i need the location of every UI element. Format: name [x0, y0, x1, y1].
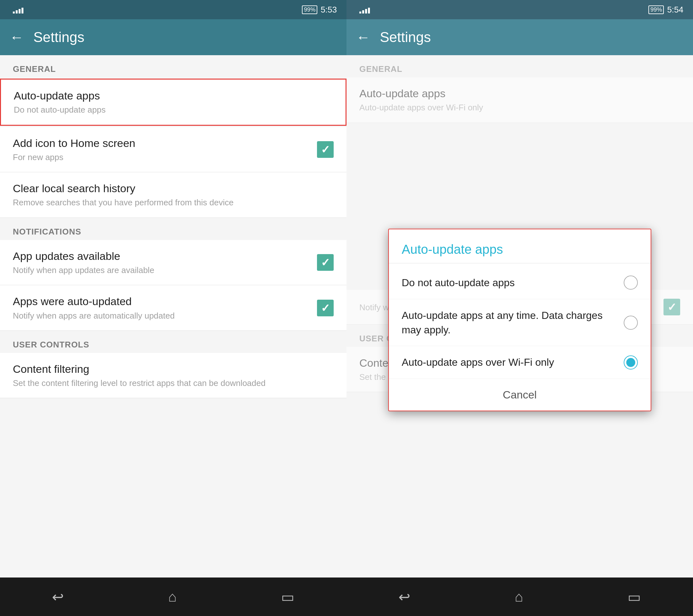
left-battery-icon: 99% — [302, 5, 317, 14]
left-item-content-filtering[interactable]: Content filtering Set the content filter… — [0, 353, 346, 398]
left-status-left — [13, 6, 23, 14]
dialog-option-anytime[interactable]: Auto-update apps at any time. Data charg… — [389, 299, 651, 346]
dialog-option-anytime-label: Auto-update apps at any time. Data charg… — [402, 308, 624, 337]
left-item-auto-update-text: Auto-update apps Do not auto-update apps — [14, 88, 333, 116]
left-item-add-icon-text: Add icon to Home screen For new apps — [13, 136, 317, 163]
right-item-auto-update-title: Auto-update apps — [359, 86, 680, 100]
left-item-app-updates-title: App updates available — [13, 249, 317, 263]
right-toolbar: ← Settings — [346, 19, 693, 55]
dialog-option-wifi-label: Auto-update apps over Wi-Fi only — [402, 355, 624, 370]
left-item-clear-search-subtitle: Remove searches that you have performed … — [13, 197, 334, 208]
left-back-button[interactable]: ← — [9, 29, 24, 45]
right-status-right: 99% 5:54 — [648, 5, 684, 15]
left-item-app-updates[interactable]: App updates available Notify when app up… — [0, 240, 346, 285]
left-item-add-icon-title: Add icon to Home screen — [13, 136, 317, 150]
left-item-apps-auto-updated-text: Apps were auto-updated Notify when apps … — [13, 294, 317, 321]
left-item-auto-update-title: Auto-update apps — [14, 88, 333, 103]
right-status-left — [359, 6, 370, 14]
right-apps-auto-updated-checkbox — [664, 299, 680, 315]
left-item-app-updates-subtitle: Notify when app updates are available — [13, 264, 317, 276]
left-item-app-updates-text: App updates available Notify when app up… — [13, 249, 317, 276]
left-item-add-icon[interactable]: Add icon to Home screen For new apps — [0, 127, 346, 173]
left-section-user-controls: USER CONTROLS — [0, 331, 346, 353]
right-toolbar-title: Settings — [380, 29, 431, 45]
left-section-general: GENERAL — [0, 55, 346, 77]
dialog-option-do-not-update[interactable]: Do not auto-update apps — [389, 266, 651, 299]
right-time: 5:54 — [667, 5, 684, 15]
dialog-option-do-not-update-label: Do not auto-update apps — [402, 276, 624, 290]
right-item-auto-update-subtitle: Auto-update apps over Wi-Fi only — [359, 102, 680, 113]
right-battery-icon: 99% — [648, 5, 664, 14]
left-item-content-filtering-text: Content filtering Set the content filter… — [13, 362, 334, 389]
left-item-apps-auto-updated[interactable]: Apps were auto-updated Notify when apps … — [0, 285, 346, 331]
left-item-clear-search-title: Clear local search history — [13, 181, 334, 195]
right-nav-recents[interactable]: ▭ — [628, 589, 641, 605]
right-status-bar: 99% 5:54 — [346, 0, 693, 19]
left-toolbar: ← Settings — [0, 19, 346, 55]
dialog-title: Auto-update apps — [389, 230, 651, 263]
left-item-apps-auto-updated-subtitle: Notify when apps are automatically updat… — [13, 310, 317, 321]
left-item-auto-update[interactable]: Auto-update apps Do not auto-update apps — [0, 79, 346, 126]
dialog-option-wifi[interactable]: Auto-update apps over Wi-Fi only — [389, 346, 651, 379]
right-section-general: GENERAL — [346, 55, 693, 77]
left-item-clear-search-text: Clear local search history Remove search… — [13, 181, 334, 208]
left-item-content-filtering-subtitle: Set the content filtering level to restr… — [13, 377, 334, 389]
left-nav-recents[interactable]: ▭ — [281, 589, 295, 605]
right-signal-icon — [359, 6, 370, 14]
right-bottom-nav: ↩ ⌂ ▭ — [346, 577, 693, 616]
left-content: GENERAL Auto-update apps Do not auto-upd… — [0, 55, 346, 577]
left-app-updates-checkbox[interactable] — [317, 254, 334, 271]
left-signal-icon — [13, 6, 23, 14]
left-section-notifications: NOTIFICATIONS — [0, 218, 346, 240]
dialog-option-do-not-update-radio[interactable] — [624, 276, 638, 290]
right-back-button[interactable]: ← — [356, 29, 370, 45]
dialog-option-anytime-radio[interactable] — [624, 315, 638, 330]
dialog-option-wifi-radio[interactable] — [624, 356, 638, 370]
left-time: 5:53 — [320, 5, 337, 15]
left-item-content-filtering-title: Content filtering — [13, 362, 334, 376]
left-apps-auto-updated-checkbox[interactable] — [317, 300, 334, 316]
right-panel: 99% 5:54 ← Settings GENERAL Auto-update … — [346, 0, 693, 616]
left-bottom-nav: ↩ ⌂ ▭ — [0, 577, 346, 616]
left-status-bar: 99% 5:53 — [0, 0, 346, 19]
left-panel: 99% 5:53 ← Settings GENERAL Auto-update … — [0, 0, 346, 616]
left-status-right: 99% 5:53 — [302, 5, 337, 15]
right-dialog: Auto-update apps Do not auto-update apps… — [388, 229, 651, 411]
left-nav-home[interactable]: ⌂ — [168, 589, 177, 605]
right-item-auto-update: Auto-update apps Auto-update apps over W… — [346, 77, 693, 123]
dialog-cancel-button[interactable]: Cancel — [389, 379, 651, 411]
left-item-add-icon-subtitle: For new apps — [13, 152, 317, 163]
left-nav-back[interactable]: ↩ — [52, 589, 64, 605]
right-content: GENERAL Auto-update apps Auto-update app… — [346, 55, 693, 577]
right-nav-back[interactable]: ↩ — [398, 589, 410, 605]
right-dimmed-content: GENERAL Auto-update apps Auto-update app… — [346, 55, 693, 123]
left-toolbar-title: Settings — [33, 29, 84, 45]
left-item-auto-update-subtitle: Do not auto-update apps — [14, 104, 333, 116]
left-item-apps-auto-updated-title: Apps were auto-updated — [13, 294, 317, 308]
left-item-clear-search[interactable]: Clear local search history Remove search… — [0, 172, 346, 218]
dialog-divider — [389, 263, 651, 263]
right-item-auto-update-text: Auto-update apps Auto-update apps over W… — [359, 86, 680, 114]
left-add-icon-checkbox[interactable] — [317, 141, 334, 158]
right-nav-home[interactable]: ⌂ — [515, 589, 523, 605]
